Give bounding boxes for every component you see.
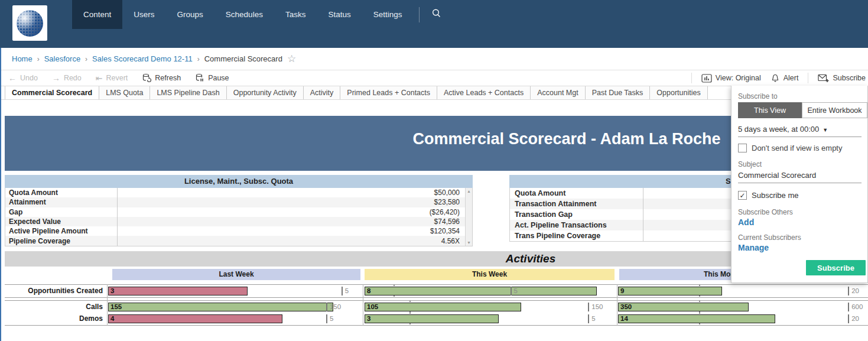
breadcrumb-site[interactable]: Salesforce [44,54,80,63]
tab-active-leads-contacts[interactable]: Active Leads + Contacts [437,86,531,99]
redo-icon: → [52,73,60,83]
bar-value: 9 [619,287,721,295]
subscribe-me-checkbox[interactable]: ✓ [738,191,747,200]
nav-item-tasks[interactable]: Tasks [274,0,317,29]
scroll-down-icon[interactable]: ▾ [466,239,472,246]
toolbar-left-group: ← Undo → Redo ⇤ Revert Refresh [0,73,229,83]
site-logo[interactable] [12,5,47,41]
subscribe-panel: Subscribe to This View Entire Workbook 5… [731,86,868,283]
chevron-down-icon: ▼ [823,127,828,133]
target-tick: 150 [326,303,341,311]
breadcrumb-separator: › [85,55,87,63]
empty-view-label: Don't send if view is empty [752,144,843,152]
nav-item-content[interactable]: Content [72,0,122,29]
tab-account-mgt[interactable]: Account Mgt [531,86,585,99]
nav-separator [419,7,420,22]
activity-bar[interactable]: 4 [108,314,282,323]
undo-button[interactable]: ← Undo [8,73,38,83]
globe-logo-icon [17,10,43,37]
row-label: Quota Amount [510,188,643,199]
top-nav: Content Users Groups Schedules Tasks Sta… [0,0,868,48]
nav-item-groups[interactable]: Groups [166,0,214,29]
subscribe-to-label: Subscribe to [738,92,778,100]
activity-bar[interactable]: 3 [108,287,248,295]
scroll-up-icon[interactable]: ▴ [466,188,472,194]
row-value[interactable]: ($26,420) [118,208,472,216]
target-tick: 20 [848,287,859,295]
table-row: Active Pipeline Amount $120,354 [5,226,472,236]
activity-bar[interactable]: 9 [618,287,722,295]
activity-row-calls: Calls 155 150 105 150 350 600 [5,301,868,313]
breadcrumb-workbook[interactable]: Sales Scorecard Demo 12-11 [92,54,193,63]
activity-bar[interactable]: 3 [365,314,499,323]
activity-bar[interactable]: 350 [618,303,749,311]
pause-button[interactable]: Pause [195,73,229,83]
subject-input[interactable]: Commercial Scorecard [738,171,862,183]
nav-item-settings[interactable]: Settings [362,0,414,29]
bell-icon [771,73,780,83]
alert-button[interactable]: Alert [771,73,799,83]
activity-bar[interactable]: 8 [365,287,597,295]
view-original-button[interactable]: View: Original [701,74,761,83]
add-subscribers-link[interactable]: Add [738,217,754,227]
bar-value: 3 [109,287,247,295]
nav-item-status[interactable]: Status [317,0,362,29]
search-button[interactable] [425,0,447,29]
subscribe-submit-button[interactable]: Subscribe [806,260,866,275]
entire-workbook-button[interactable]: Entire Workbook [802,102,867,118]
row-value[interactable]: 4.56X [118,237,472,245]
column-divider [617,284,617,326]
redo-label: Redo [64,74,82,82]
tab-past-due-tasks[interactable]: Past Due Tasks [586,86,651,99]
row-label: Pipeline Coverage [5,236,118,245]
pause-label: Pause [208,74,229,82]
activity-cell: 3 5 [108,285,362,297]
this-view-button[interactable]: This View [738,102,802,118]
activity-cell: 350 600 [618,301,868,313]
breadcrumb-home[interactable]: Home [12,54,32,63]
nav-item-users[interactable]: Users [122,0,165,29]
row-value[interactable]: $120,354 [118,227,472,235]
activity-bar[interactable]: 14 [618,314,775,323]
view-toolbar: ← Undo → Redo ⇤ Revert Refresh [0,70,868,86]
tab-primed-leads-contacts[interactable]: Primed Leads + Contacts [340,86,437,99]
subscribe-toolbar-label: Subscribe [833,74,866,82]
tab-opportunity-activity[interactable]: Opportunity Activity [227,86,304,99]
table-scrollbar[interactable]: ▴ ▾ [465,188,472,246]
activity-row-band: Calls 155 150 105 150 350 600 Demos 4 [5,300,868,326]
activity-cell: 4 5 [108,313,362,324]
activity-bar[interactable]: 105 [365,303,521,311]
tab-commercial-scorecard[interactable]: Commercial Scorecard [5,86,99,99]
tab-activity[interactable]: Activity [304,86,341,99]
revert-button[interactable]: ⇤ Revert [96,73,128,83]
activity-row-demos: Demos 4 5 3 5 14 20 [5,313,868,324]
row-label: Opportunities Created [5,285,106,297]
row-value[interactable]: $74,596 [118,217,472,226]
toolbar-right-group: View: Original Alert Subscribe [691,70,866,86]
row-value[interactable]: $23,580 [118,198,472,206]
row-label: Quota Amount [5,188,118,197]
license-quota-table: License, Maint., Subsc. Quota Quota Amou… [5,175,473,246]
tab-lms-pipeline-dash[interactable]: LMS Pipeline Dash [150,86,226,99]
tab-opportunities[interactable]: Opportunities [650,86,707,99]
target-value: 20 [849,314,859,323]
target-value: 150 [589,303,603,311]
toolbar-separator [691,73,692,83]
table-row: Gap ($26,420) [5,207,472,217]
tab-lms-quota[interactable]: LMS Quota [99,86,150,99]
refresh-button[interactable]: Refresh [142,73,181,83]
redo-button[interactable]: → Redo [52,73,82,83]
nav-item-schedules[interactable]: Schedules [214,0,274,29]
activity-bar[interactable]: 155 [108,303,333,311]
manage-subscribers-link[interactable]: Manage [738,243,769,252]
column-header-last-week: Last Week [112,269,360,280]
row-value[interactable]: $50,000 [118,189,472,197]
table-row: Expected Value $74,596 [5,217,472,226]
favorite-star-icon[interactable]: ☆ [287,54,296,64]
row-label: Demos [5,313,106,324]
activity-cell: 8 5 [365,285,616,297]
subscribe-toolbar-button[interactable]: Subscribe [818,73,866,83]
empty-view-checkbox[interactable] [738,144,747,152]
column-divider [107,284,108,326]
schedule-dropdown[interactable]: 5 days a week, at 00:00▼ [738,125,862,137]
